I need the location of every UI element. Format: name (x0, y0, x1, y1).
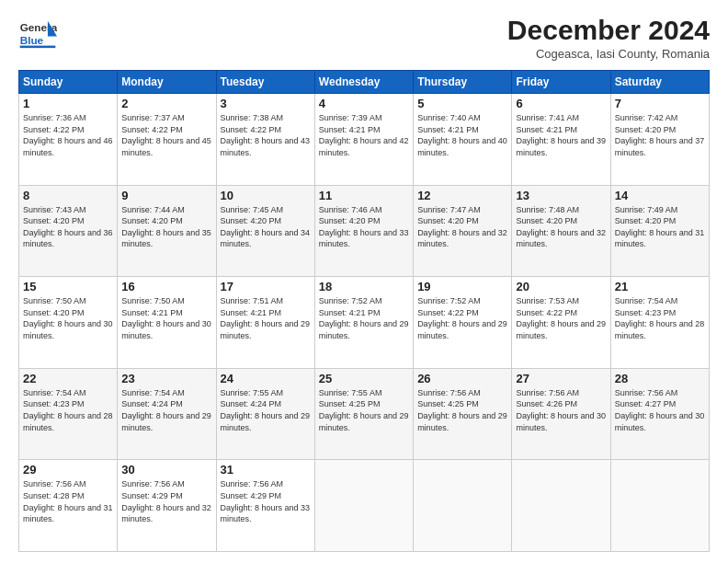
day-info: Sunrise: 7:54 AM Sunset: 4:24 PM Dayligh… (121, 387, 211, 433)
day-info: Sunrise: 7:45 AM Sunset: 4:20 PM Dayligh… (221, 204, 311, 250)
day-number: 17 (221, 280, 311, 293)
logo-icon: General Blue (18, 15, 57, 53)
calendar-cell (414, 460, 512, 552)
day-info: Sunrise: 7:56 AM Sunset: 4:29 PM Dayligh… (221, 478, 311, 524)
calendar-cell: 20 Sunrise: 7:53 AM Sunset: 4:22 PM Dayl… (512, 277, 610, 369)
calendar-cell: 22 Sunrise: 7:54 AM Sunset: 4:23 PM Dayl… (19, 368, 118, 460)
day-number: 21 (615, 280, 705, 293)
calendar-cell: 12 Sunrise: 7:47 AM Sunset: 4:20 PM Dayl… (414, 185, 512, 277)
day-number: 9 (121, 189, 211, 202)
calendar-cell: 15 Sunrise: 7:50 AM Sunset: 4:20 PM Dayl… (19, 277, 118, 369)
calendar-cell: 10 Sunrise: 7:45 AM Sunset: 4:20 PM Dayl… (216, 185, 314, 277)
day-info: Sunrise: 7:44 AM Sunset: 4:20 PM Dayligh… (121, 204, 211, 250)
calendar-cell: 2 Sunrise: 7:37 AM Sunset: 4:22 PM Dayli… (118, 94, 216, 186)
calendar-cell: 27 Sunrise: 7:56 AM Sunset: 4:26 PM Dayl… (512, 368, 610, 460)
calendar-cell: 30 Sunrise: 7:56 AM Sunset: 4:29 PM Dayl… (118, 460, 216, 552)
page-title: December 2024 (507, 15, 710, 45)
day-info: Sunrise: 7:52 AM Sunset: 4:21 PM Dayligh… (319, 295, 409, 341)
day-number: 25 (319, 372, 409, 385)
day-info: Sunrise: 7:50 AM Sunset: 4:21 PM Dayligh… (121, 295, 211, 341)
calendar-cell: 26 Sunrise: 7:56 AM Sunset: 4:25 PM Dayl… (414, 368, 512, 460)
day-info: Sunrise: 7:49 AM Sunset: 4:20 PM Dayligh… (615, 204, 705, 250)
header: General Blue December 2024 Cogeasca, Ias… (18, 15, 710, 61)
day-number: 31 (221, 463, 311, 477)
calendar-week-row: 29 Sunrise: 7:56 AM Sunset: 4:28 PM Dayl… (19, 460, 710, 552)
calendar-week-row: 22 Sunrise: 7:54 AM Sunset: 4:23 PM Dayl… (19, 368, 710, 460)
day-info: Sunrise: 7:52 AM Sunset: 4:22 PM Dayligh… (417, 295, 507, 341)
day-header-saturday: Saturday (610, 71, 709, 94)
calendar-table: SundayMondayTuesdayWednesdayThursdayFrid… (18, 70, 710, 552)
day-number: 29 (23, 463, 113, 477)
calendar-cell (314, 460, 413, 552)
day-number: 8 (23, 189, 113, 202)
title-block: December 2024 Cogeasca, Iasi County, Rom… (507, 15, 710, 61)
day-number: 3 (221, 97, 311, 110)
calendar-cell: 25 Sunrise: 7:55 AM Sunset: 4:25 PM Dayl… (314, 368, 413, 460)
day-info: Sunrise: 7:40 AM Sunset: 4:21 PM Dayligh… (417, 112, 507, 158)
day-info: Sunrise: 7:39 AM Sunset: 4:21 PM Dayligh… (319, 112, 409, 158)
day-number: 10 (221, 189, 311, 202)
logo: General Blue (18, 15, 61, 53)
day-info: Sunrise: 7:37 AM Sunset: 4:22 PM Dayligh… (121, 112, 211, 158)
calendar-cell: 29 Sunrise: 7:56 AM Sunset: 4:28 PM Dayl… (19, 460, 118, 552)
calendar-cell: 24 Sunrise: 7:55 AM Sunset: 4:24 PM Dayl… (216, 368, 314, 460)
day-number: 4 (319, 97, 409, 110)
day-header-wednesday: Wednesday (314, 71, 413, 94)
calendar-header-row: SundayMondayTuesdayWednesdayThursdayFrid… (19, 71, 710, 94)
day-number: 12 (417, 189, 507, 202)
day-number: 2 (121, 97, 211, 110)
day-info: Sunrise: 7:56 AM Sunset: 4:29 PM Dayligh… (121, 478, 211, 524)
day-number: 13 (516, 189, 606, 202)
day-info: Sunrise: 7:56 AM Sunset: 4:28 PM Dayligh… (23, 478, 113, 524)
day-info: Sunrise: 7:48 AM Sunset: 4:20 PM Dayligh… (516, 204, 606, 250)
day-number: 28 (615, 372, 705, 385)
calendar-cell: 17 Sunrise: 7:51 AM Sunset: 4:21 PM Dayl… (216, 277, 314, 369)
calendar-cell: 4 Sunrise: 7:39 AM Sunset: 4:21 PM Dayli… (314, 94, 413, 186)
day-header-friday: Friday (512, 71, 610, 94)
calendar-week-row: 1 Sunrise: 7:36 AM Sunset: 4:22 PM Dayli… (19, 94, 710, 186)
calendar-cell: 1 Sunrise: 7:36 AM Sunset: 4:22 PM Dayli… (19, 94, 118, 186)
subtitle: Cogeasca, Iasi County, Romania (507, 47, 710, 61)
day-number: 5 (417, 97, 507, 110)
day-info: Sunrise: 7:53 AM Sunset: 4:22 PM Dayligh… (516, 295, 606, 341)
day-info: Sunrise: 7:38 AM Sunset: 4:22 PM Dayligh… (221, 112, 311, 158)
calendar-cell: 28 Sunrise: 7:56 AM Sunset: 4:27 PM Dayl… (610, 368, 709, 460)
day-number: 6 (516, 97, 606, 110)
page: General Blue December 2024 Cogeasca, Ias… (0, 0, 728, 563)
day-number: 18 (319, 280, 409, 293)
day-info: Sunrise: 7:46 AM Sunset: 4:20 PM Dayligh… (319, 204, 409, 250)
day-info: Sunrise: 7:50 AM Sunset: 4:20 PM Dayligh… (23, 295, 113, 341)
day-number: 23 (121, 372, 211, 385)
day-header-sunday: Sunday (19, 71, 118, 94)
day-info: Sunrise: 7:56 AM Sunset: 4:27 PM Dayligh… (615, 387, 705, 433)
calendar-cell: 6 Sunrise: 7:41 AM Sunset: 4:21 PM Dayli… (512, 94, 610, 186)
day-info: Sunrise: 7:51 AM Sunset: 4:21 PM Dayligh… (221, 295, 311, 341)
day-number: 15 (23, 280, 113, 293)
day-number: 27 (516, 372, 606, 385)
calendar-cell: 31 Sunrise: 7:56 AM Sunset: 4:29 PM Dayl… (216, 460, 314, 552)
day-info: Sunrise: 7:55 AM Sunset: 4:25 PM Dayligh… (319, 387, 409, 433)
calendar-cell: 18 Sunrise: 7:52 AM Sunset: 4:21 PM Dayl… (314, 277, 413, 369)
day-number: 1 (23, 97, 113, 110)
calendar-cell: 9 Sunrise: 7:44 AM Sunset: 4:20 PM Dayli… (118, 185, 216, 277)
day-info: Sunrise: 7:55 AM Sunset: 4:24 PM Dayligh… (221, 387, 311, 433)
day-number: 22 (23, 372, 113, 385)
calendar-cell: 13 Sunrise: 7:48 AM Sunset: 4:20 PM Dayl… (512, 185, 610, 277)
day-header-thursday: Thursday (414, 71, 512, 94)
day-number: 20 (516, 280, 606, 293)
day-number: 11 (319, 189, 409, 202)
day-number: 16 (121, 280, 211, 293)
day-number: 24 (221, 372, 311, 385)
calendar-cell: 21 Sunrise: 7:54 AM Sunset: 4:23 PM Dayl… (610, 277, 709, 369)
day-info: Sunrise: 7:54 AM Sunset: 4:23 PM Dayligh… (23, 387, 113, 433)
calendar-cell: 8 Sunrise: 7:43 AM Sunset: 4:20 PM Dayli… (19, 185, 118, 277)
day-number: 19 (417, 280, 507, 293)
calendar-cell (610, 460, 709, 552)
calendar-cell: 7 Sunrise: 7:42 AM Sunset: 4:20 PM Dayli… (610, 94, 709, 186)
day-header-monday: Monday (118, 71, 216, 94)
day-info: Sunrise: 7:47 AM Sunset: 4:20 PM Dayligh… (417, 204, 507, 250)
calendar-cell: 14 Sunrise: 7:49 AM Sunset: 4:20 PM Dayl… (610, 185, 709, 277)
day-number: 7 (615, 97, 705, 110)
calendar-cell: 3 Sunrise: 7:38 AM Sunset: 4:22 PM Dayli… (216, 94, 314, 186)
day-info: Sunrise: 7:54 AM Sunset: 4:23 PM Dayligh… (615, 295, 705, 341)
